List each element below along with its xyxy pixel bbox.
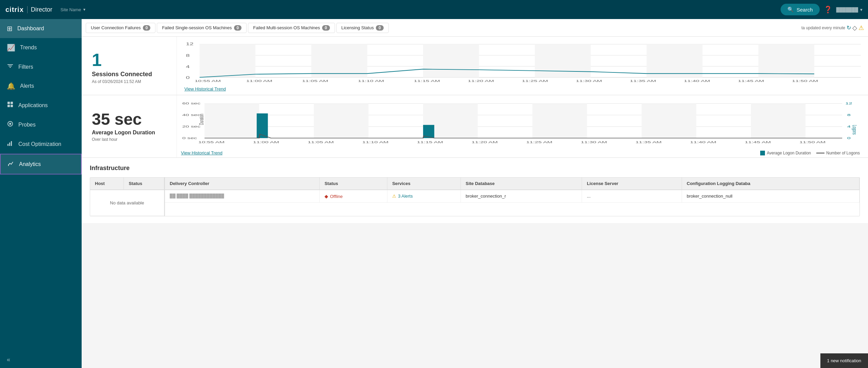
logon-view-trend-link[interactable]: View Historical Trend — [181, 150, 222, 155]
failed-single-session-alert[interactable]: Failed Single-session OS Machines 0 — [157, 23, 247, 33]
sidebar-label-filters: Filters — [18, 64, 33, 70]
sidebar-label-cost-optimization: Cost Optimization — [18, 141, 61, 147]
sidebar: ⊞ Dashboard 📈 Trends Filters 🔔 Alerts Ap… — [0, 19, 82, 368]
site-selector[interactable]: Site Name ▾ — [61, 7, 85, 12]
failed-multi-session-alert[interactable]: Failed Multi-session OS Machines 0 — [248, 23, 335, 33]
svg-rect-10 — [9, 143, 10, 146]
help-button[interactable]: ❓ — [824, 5, 832, 14]
svg-rect-21 — [200, 44, 255, 78]
sidebar-item-probes[interactable]: Probes — [0, 115, 82, 134]
dashboard-icon: ⊞ — [7, 24, 13, 33]
svg-rect-1 — [9, 66, 12, 66]
alerts-icon: 🔔 — [7, 82, 15, 90]
svg-rect-2 — [10, 67, 11, 68]
svg-text:11:35 AM: 11:35 AM — [635, 140, 662, 144]
dc-configlog-col-header: Configuration Logging Databa — [682, 178, 859, 190]
dc-services-col-header: Services — [387, 178, 461, 190]
sidebar-item-filters[interactable]: Filters — [0, 57, 82, 77]
infrastructure-section: Infrastructure Host Status — [82, 158, 868, 223]
diamond-icon[interactable]: ◇ — [852, 24, 857, 32]
legend-logons-label: Number of Logons — [826, 151, 860, 155]
sidebar-item-cost-optimization[interactable]: Cost Optimization — [0, 134, 82, 154]
svg-rect-51 — [204, 103, 259, 138]
sidebar-label-trends: Trends — [20, 45, 37, 51]
svg-text:11:05 AM: 11:05 AM — [307, 140, 334, 144]
logon-metric-panel: 35 sec Average Logon Duration Over last … — [82, 95, 177, 157]
sidebar-label-analytics: Analytics — [19, 161, 41, 167]
svg-rect-9 — [7, 144, 9, 146]
svg-text:11:15 AM: 11:15 AM — [414, 79, 440, 83]
legend-duration-icon — [760, 151, 765, 155]
infrastructure-title: Infrastructure — [90, 165, 860, 172]
legend-logons-icon — [816, 153, 824, 153]
sidebar-collapse-button[interactable]: « — [0, 351, 82, 368]
logon-chart-section: 35 sec Average Logon Duration Over last … — [82, 95, 868, 158]
dc-table: Delivery Controller Status Services Site… — [165, 178, 859, 216]
dc-configlog-cell: broker_connection_null — [682, 190, 859, 203]
sessions-metric-panel: 1 Sessions Connected As of 03/26/2024 11… — [82, 37, 177, 95]
chart-legend: Average Logon Duration Number of Logons — [760, 149, 864, 156]
logo-area: citrix Director — [5, 6, 52, 14]
sidebar-label-applications: Applications — [18, 102, 48, 108]
sessions-connected-label: Sessions Connected — [92, 71, 170, 78]
user-connection-failures-count: 0 — [143, 25, 151, 31]
svg-text:12: 12 — [186, 42, 194, 46]
sidebar-item-applications[interactable]: Applications — [0, 96, 82, 115]
sidebar-item-dashboard[interactable]: ⊞ Dashboard — [0, 19, 82, 38]
sidebar-label-probes: Probes — [18, 122, 36, 128]
warning-icon[interactable]: ⚠ — [858, 24, 864, 32]
notification-toast[interactable]: 1 new notification — [820, 353, 868, 368]
main-layout: ⊞ Dashboard 📈 Trends Filters 🔔 Alerts Ap… — [0, 19, 868, 368]
svg-text:11:20 AM: 11:20 AM — [468, 79, 494, 83]
svg-text:Duration: Duration — [198, 114, 205, 125]
citrix-logo: citrix — [5, 6, 24, 14]
app-name: Director — [27, 6, 52, 13]
svg-rect-6 — [11, 105, 13, 107]
svg-rect-3 — [7, 102, 10, 104]
probes-icon — [7, 120, 14, 129]
search-button[interactable]: 🔍 Search — [781, 4, 820, 15]
no-data-text: No data available — [95, 194, 159, 212]
svg-text:11:35 AM: 11:35 AM — [630, 79, 656, 83]
svg-text:11:20 AM: 11:20 AM — [471, 140, 498, 144]
svg-rect-0 — [7, 64, 13, 65]
svg-text:40 sec: 40 sec — [182, 113, 201, 117]
svg-text:8: 8 — [847, 113, 851, 117]
svg-text:0: 0 — [186, 76, 190, 80]
svg-rect-23 — [423, 44, 479, 78]
logon-duration-value: 35 sec — [92, 111, 170, 128]
svg-rect-26 — [758, 44, 814, 78]
sessions-view-trend-link[interactable]: View Historical Trend — [181, 85, 864, 95]
sidebar-label-alerts: Alerts — [20, 83, 34, 89]
svg-text:11:45 AM: 11:45 AM — [745, 140, 771, 144]
dc-sitedb-cell: broker_connection_r — [461, 190, 582, 203]
svg-text:11:10 AM: 11:10 AM — [358, 79, 384, 83]
user-connection-failures-alert[interactable]: User Connection Failures 0 — [86, 23, 155, 33]
svg-rect-5 — [7, 105, 10, 107]
svg-text:4: 4 — [847, 124, 851, 128]
host-table: Host Status No data available — [90, 178, 165, 216]
svg-text:0: 0 — [847, 136, 851, 140]
sidebar-item-trends[interactable]: 📈 Trends — [0, 38, 82, 57]
applications-icon — [7, 101, 14, 110]
sidebar-label-dashboard: Dashboard — [17, 26, 44, 32]
content-area: User Connection Failures 0 Failed Single… — [82, 19, 868, 368]
sidebar-item-analytics[interactable]: Analytics — [0, 154, 82, 174]
svg-text:12: 12 — [845, 102, 852, 105]
refresh-icon[interactable]: ↻ — [847, 24, 851, 31]
svg-text:10:55 AM: 10:55 AM — [195, 79, 221, 83]
svg-rect-11 — [11, 141, 12, 146]
offline-label: Offline — [330, 194, 343, 199]
table-row: ██ ████ ████████████ ◆ Offline — [165, 190, 859, 203]
sidebar-item-alerts[interactable]: 🔔 Alerts — [0, 77, 82, 96]
update-text: ta updated every minute — [801, 26, 845, 30]
svg-text:11:25 AM: 11:25 AM — [522, 79, 548, 83]
alerts-link[interactable]: 3 Alerts — [398, 194, 413, 199]
sessions-chart-section: 1 Sessions Connected As of 03/26/2024 11… — [82, 37, 868, 95]
licensing-status-alert[interactable]: Licensing Status 0 — [336, 23, 389, 33]
user-menu[interactable]: ███████ ▾ — [836, 7, 863, 12]
offline-status: ◆ Offline — [324, 194, 382, 199]
svg-text:11:00 AM: 11:00 AM — [253, 140, 279, 144]
svg-text:Logons: Logons — [851, 125, 858, 135]
svg-text:11:30 AM: 11:30 AM — [581, 140, 607, 144]
